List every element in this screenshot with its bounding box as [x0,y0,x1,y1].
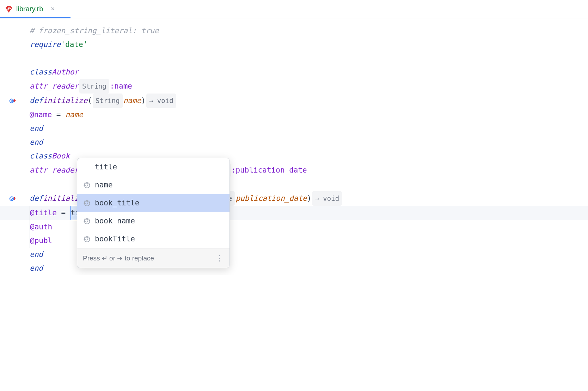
code-line: # frozen_string_literal: true [0,24,588,38]
svg-point-3 [11,198,13,199]
popup-footer: Press ↵ or ⇥ to replace ⋮ [77,248,229,268]
code-line: def initialize(String name) → void [0,94,588,108]
gutter[interactable] [0,195,25,203]
suggestion-item[interactable]: bookTitle [77,230,229,248]
type-hint: String [93,94,123,108]
return-hint: → void [312,191,342,206]
close-icon[interactable]: × [51,5,55,13]
suggestion-item[interactable]: title [77,158,229,176]
code-line: end [0,136,588,149]
code-line [0,52,588,65]
rename-suggestions-popup: titlenamebook_titlebook_namebookTitle Pr… [77,158,230,268]
spiral-icon [84,182,91,189]
ruby-icon [5,5,13,13]
code-line: require 'date' [0,38,588,52]
gutter[interactable] [0,97,25,105]
more-menu-icon[interactable]: ⋮ [215,251,224,265]
suggestion-item[interactable]: book_name [77,212,229,230]
override-up-icon [8,195,16,203]
spiral-icon [84,218,91,225]
spiral-icon [84,200,91,207]
spiral-icon [84,236,91,243]
code-line: end [0,122,588,136]
suggestion-item[interactable]: book_title [77,194,229,212]
svg-point-0 [10,99,14,103]
code-line: @name = name [0,108,588,122]
type-hint: String [79,79,109,94]
svg-point-1 [11,100,13,102]
popup-hint-text: Press ↵ or ⇥ to replace [83,251,154,265]
return-hint: → void [146,94,176,108]
suggestion-label: book_title [95,196,139,210]
suggestion-label: book_name [95,214,135,228]
suggestion-label: title [95,160,117,174]
tab-bar: library.rb × [0,0,588,18]
svg-point-2 [10,197,14,200]
tab-filename: library.rb [16,5,43,13]
code-line: attr_reader String :name [0,79,588,94]
code-editor[interactable]: # frozen_string_literal: true require 'd… [0,18,588,275]
suggestion-item[interactable]: name [77,176,229,194]
suggestion-label: bookTitle [95,232,135,246]
override-up-icon [8,97,16,105]
editor-tab[interactable]: library.rb × [0,0,60,18]
code-line: class Author [0,65,588,79]
suggestion-label: name [95,178,113,192]
